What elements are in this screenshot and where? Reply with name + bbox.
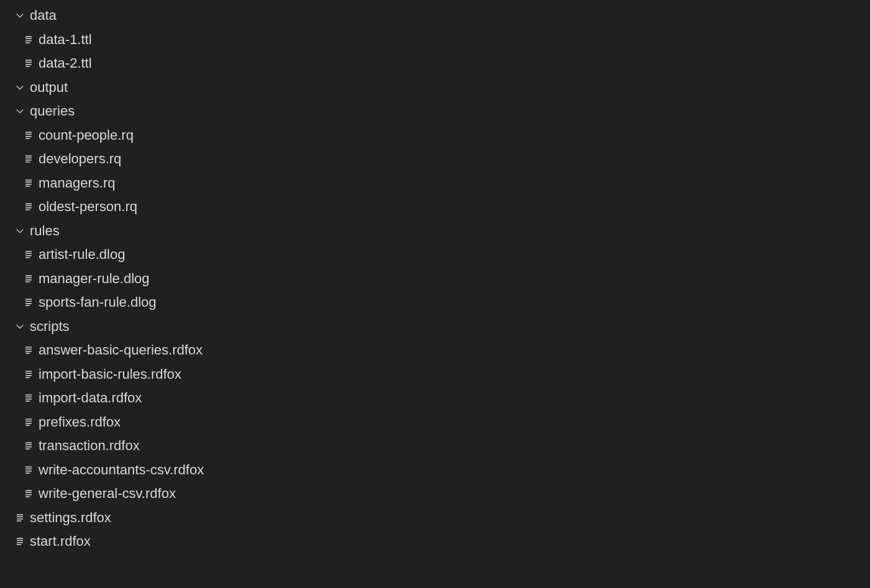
file-oldest-person-rq[interactable]: oldest-person.rq (0, 195, 870, 219)
file-transaction-rdfox[interactable]: transaction.rdfox (0, 434, 870, 458)
file-answer-basic-queries-rdfox[interactable]: answer-basic-queries.rdfox (0, 338, 870, 363)
file-data-1-ttl[interactable]: data-1.ttl (0, 28, 870, 52)
file-label: count-people.rq (36, 129, 134, 142)
file-write-accountants-csv-rdfox[interactable]: write-accountants-csv.rdfox (0, 458, 870, 482)
file-label: transaction.rdfox (36, 439, 140, 453)
file-icon (12, 513, 27, 523)
chevron-down-icon (12, 322, 27, 331)
folder-label: data (27, 9, 57, 22)
file-label: artist-rule.dlog (36, 248, 125, 261)
file-label: import-data.rdfox (36, 391, 142, 405)
file-manager-rule-dlog[interactable]: manager-rule.dlog (0, 267, 870, 291)
file-tree: data data-1.ttl data-2.ttl output querie… (0, 0, 870, 554)
folder-output[interactable]: output (0, 76, 870, 100)
file-sports-fan-rule-dlog[interactable]: sports-fan-rule.dlog (0, 291, 870, 315)
file-icon (21, 202, 36, 212)
file-prefixes-rdfox[interactable]: prefixes.rdfox (0, 410, 870, 435)
file-icon (21, 441, 36, 451)
file-icon (21, 393, 36, 403)
file-icon (21, 369, 36, 379)
folder-queries[interactable]: queries (0, 99, 870, 124)
chevron-down-icon (12, 107, 27, 115)
file-developers-rq[interactable]: developers.rq (0, 147, 870, 171)
chevron-down-icon (12, 11, 27, 20)
file-managers-rq[interactable]: managers.rq (0, 171, 870, 196)
file-label: write-general-csv.rdfox (36, 487, 176, 500)
file-label: managers.rq (36, 176, 116, 190)
file-icon (21, 297, 36, 307)
file-label: manager-rule.dlog (36, 272, 150, 286)
file-label: import-basic-rules.rdfox (36, 368, 181, 381)
file-icon (21, 417, 36, 427)
folder-scripts[interactable]: scripts (0, 315, 870, 339)
file-settings-rdfox[interactable]: settings.rdfox (0, 506, 870, 530)
file-label: developers.rq (36, 152, 121, 166)
folder-label: scripts (27, 320, 70, 333)
file-label: answer-basic-queries.rdfox (36, 343, 203, 357)
file-start-rdfox[interactable]: start.rdfox (0, 530, 870, 554)
folder-label: output (27, 81, 68, 94)
folder-label: rules (27, 224, 60, 238)
file-import-basic-rules-rdfox[interactable]: import-basic-rules.rdfox (0, 363, 870, 387)
file-label: data-1.ttl (36, 33, 92, 47)
file-count-people-rq[interactable]: count-people.rq (0, 124, 870, 148)
file-import-data-rdfox[interactable]: import-data.rdfox (0, 386, 870, 410)
file-icon (21, 35, 36, 45)
file-label: start.rdfox (27, 535, 91, 548)
file-label: data-2.ttl (36, 57, 92, 70)
file-icon (21, 465, 36, 475)
file-icon (21, 345, 36, 355)
file-label: prefixes.rdfox (36, 415, 121, 429)
folder-label: queries (27, 104, 75, 118)
file-icon (21, 489, 36, 499)
file-data-2-ttl[interactable]: data-2.ttl (0, 52, 870, 76)
file-label: write-accountants-csv.rdfox (36, 463, 204, 477)
file-icon (21, 250, 36, 260)
file-icon (21, 178, 36, 188)
file-icon (21, 154, 36, 164)
file-icon (12, 536, 27, 546)
chevron-down-icon (12, 83, 27, 92)
file-label: settings.rdfox (27, 511, 111, 525)
file-icon (21, 130, 36, 140)
file-icon (21, 274, 36, 284)
chevron-down-icon (12, 227, 27, 235)
file-label: oldest-person.rq (36, 200, 137, 214)
folder-data[interactable]: data (0, 4, 870, 28)
folder-rules[interactable]: rules (0, 219, 870, 243)
file-write-general-csv-rdfox[interactable]: write-general-csv.rdfox (0, 482, 870, 506)
file-artist-rule-dlog[interactable]: artist-rule.dlog (0, 243, 870, 267)
file-label: sports-fan-rule.dlog (36, 296, 157, 309)
file-icon (21, 58, 36, 68)
